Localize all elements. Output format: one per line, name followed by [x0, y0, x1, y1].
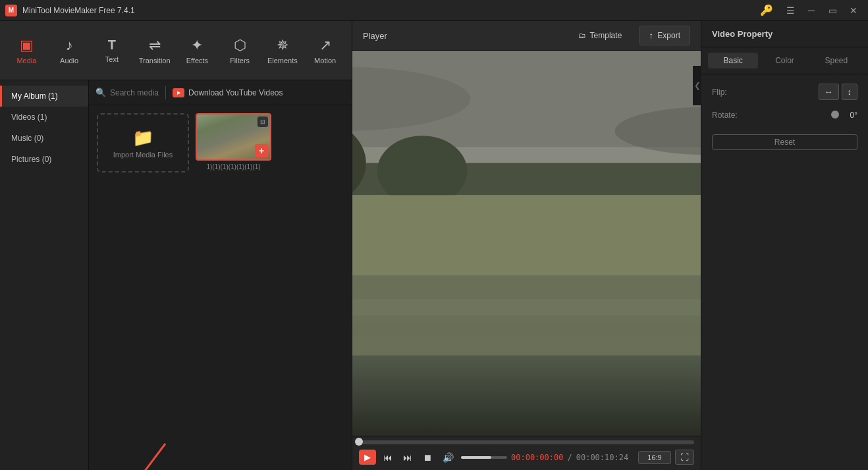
sidebar: My Album (1) Videos (1) Music (0) Pictur… — [0, 80, 89, 470]
progress-thumb — [355, 438, 363, 446]
tab-basic[interactable]: Basic — [708, 53, 758, 68]
rotate-value: 0° — [838, 111, 857, 120]
export-label: Export — [657, 31, 680, 40]
import-media-btn[interactable]: 📁 Import Media Files — [97, 113, 189, 172]
aspect-ratio-select[interactable]: 16:9 9:16 1:1 4:3 — [638, 451, 671, 464]
rotate-label: Rotate: — [712, 111, 738, 120]
progress-bar[interactable] — [359, 440, 694, 444]
flip-label: Flip: — [712, 88, 727, 97]
app-icon: M — [5, 5, 17, 16]
thumb-image[interactable]: ⊟ + — [196, 113, 271, 161]
tab-color[interactable]: Color — [759, 53, 809, 68]
toolbar-elements[interactable]: ✵ Elements — [261, 28, 304, 74]
media-icon: ▣ — [20, 37, 34, 54]
window-controls: ☰ ─ ▭ ✕ — [781, 3, 863, 18]
player-controls: ▶ ⏮ ⏭ ⏹ 🔊 00:00:00:00 / 00:00:10:24 16:9… — [352, 436, 701, 470]
volume-slider[interactable] — [461, 456, 507, 459]
filters-label: Filters — [230, 57, 250, 65]
toolbar-text[interactable]: T Text — [91, 28, 134, 74]
player-header: Player 🗂 Template ↑ Export — [352, 21, 701, 51]
player-video[interactable] — [352, 51, 701, 436]
player-title: Player — [363, 31, 561, 41]
template-label: Template — [590, 31, 622, 40]
template-btn[interactable]: 🗂 Template — [572, 28, 629, 43]
toolbar-filters[interactable]: ⬡ Filters — [219, 28, 261, 74]
toolbar: ▣ Media ♪ Audio T Text ⇌ Transition ✦ Ef… — [0, 21, 352, 80]
transition-label: Transition — [139, 57, 171, 65]
sidebar-item-videos[interactable]: Videos (1) — [0, 107, 88, 128]
main-area: ▣ Media ♪ Audio T Text ⇌ Transition ✦ Ef… — [0, 21, 868, 470]
folder-icon: 📁 — [132, 128, 153, 148]
filters-icon: ⬡ — [234, 37, 246, 54]
flip-v-btn[interactable]: ↕ — [842, 84, 858, 100]
search-box[interactable]: 🔍 Search media — [95, 88, 159, 97]
minimize-btn[interactable]: ─ — [802, 3, 821, 18]
motion-icon: ↗ — [319, 37, 331, 54]
flip-row: Flip: ↔ ↕ — [712, 84, 857, 100]
video-overlay-bottom — [352, 359, 701, 436]
player-panel: Player 🗂 Template ↑ Export — [352, 21, 701, 470]
export-icon: ↑ — [649, 30, 653, 41]
flip-h-btn[interactable]: ↔ — [819, 84, 839, 100]
media-content: 🔍 Search media Download YouTube Videos 📁… — [89, 80, 352, 470]
time-total: 00:00:10:24 — [576, 453, 628, 462]
tab-speed[interactable]: Speed — [811, 53, 861, 68]
rotate-row: Rotate: 0° — [712, 111, 857, 120]
yt-label: Download YouTube Videos — [188, 88, 283, 97]
next-frame-btn[interactable]: ⏭ — [400, 450, 416, 465]
toolbar-media[interactable]: ▣ Media — [5, 28, 48, 74]
thumb-badge: ⊟ — [258, 117, 268, 127]
panel-collapse-btn[interactable]: ❮ — [692, 66, 701, 105]
media-toolbar: 🔍 Search media Download YouTube Videos — [89, 80, 352, 105]
flip-buttons: ↔ ↕ — [819, 84, 858, 100]
yt-icon — [173, 88, 184, 97]
elements-icon: ✵ — [277, 37, 288, 54]
video-preview — [352, 51, 701, 436]
menu-btn[interactable]: ☰ — [781, 3, 800, 18]
media-thumbnail: ⊟ + 1)(1)(1)(1)(1)(1)(1) — [196, 113, 271, 172]
rotate-controls: 0° — [831, 111, 857, 120]
audio-label: Audio — [60, 57, 78, 65]
template-icon: 🗂 — [578, 31, 586, 40]
props-title: Video Property — [712, 29, 773, 39]
yt-download-btn[interactable]: Download YouTube Videos — [173, 88, 283, 97]
transition-icon: ⇌ — [149, 37, 161, 54]
close-btn[interactable]: ✕ — [844, 3, 863, 18]
motion-label: Motion — [314, 57, 336, 65]
sidebar-item-music[interactable]: Music (0) — [0, 128, 88, 149]
export-btn[interactable]: ↑ Export — [639, 26, 690, 45]
volume-fill — [461, 456, 491, 459]
sidebar-item-pictures[interactable]: Pictures (0) — [0, 149, 88, 170]
props-tabs: Basic Color Speed — [701, 47, 868, 74]
media-library: My Album (1) Videos (1) Music (0) Pictur… — [0, 80, 352, 470]
import-label: Import Media Files — [113, 151, 173, 159]
volume-btn[interactable]: 🔊 — [439, 450, 457, 465]
stop-btn[interactable]: ⏹ — [420, 450, 435, 465]
time-separator: / — [567, 453, 572, 462]
controls-row: ▶ ⏮ ⏭ ⏹ 🔊 00:00:00:00 / 00:00:10:24 16:9… — [359, 450, 694, 465]
svg-rect-13 — [352, 323, 701, 336]
left-panel: ▣ Media ♪ Audio T Text ⇌ Transition ✦ Ef… — [0, 21, 352, 470]
text-label: Text — [105, 55, 119, 63]
sidebar-item-album[interactable]: My Album (1) — [0, 86, 88, 107]
prev-frame-btn[interactable]: ⏮ — [380, 450, 396, 465]
toolbar-audio[interactable]: ♪ Audio — [48, 28, 91, 74]
rotate-thumb — [831, 111, 839, 118]
audio-icon: ♪ — [66, 37, 73, 54]
time-current: 00:00:00:00 — [511, 453, 563, 462]
play-button[interactable]: ▶ — [359, 450, 376, 465]
effects-icon: ✦ — [191, 37, 203, 54]
maximize-btn[interactable]: ▭ — [823, 3, 842, 18]
toolbar-motion[interactable]: ↗ Motion — [304, 28, 346, 74]
reset-btn[interactable]: Reset — [712, 134, 857, 150]
media-label: Media — [16, 57, 36, 65]
media-clip-name: 1)(1)(1)(1)(1)(1)(1) — [206, 163, 260, 170]
elements-label: Elements — [267, 57, 298, 65]
fullscreen-btn[interactable]: ⛶ — [675, 450, 694, 465]
props-header: Video Property — [701, 21, 868, 47]
search-placeholder: Search media — [110, 88, 159, 97]
toolbar-effects[interactable]: ✦ Effects — [176, 28, 219, 74]
media-grid: 📁 Import Media Files ⊟ + 1)(1)(1)(1)(1)(… — [89, 105, 352, 470]
toolbar-transition[interactable]: ⇌ Transition — [133, 28, 176, 74]
add-to-timeline-btn[interactable]: + — [255, 144, 268, 157]
